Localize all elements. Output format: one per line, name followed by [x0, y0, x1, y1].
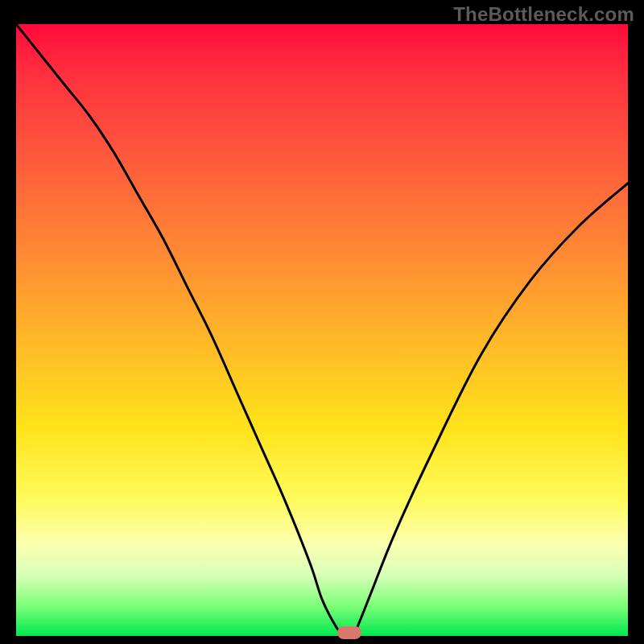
watermark-text: TheBottleneck.com: [453, 3, 634, 26]
chart-frame: TheBottleneck.com: [0, 0, 644, 644]
bottleneck-curve: [16, 24, 628, 636]
bottleneck-marker: [337, 626, 361, 639]
plot-area: [16, 24, 628, 636]
